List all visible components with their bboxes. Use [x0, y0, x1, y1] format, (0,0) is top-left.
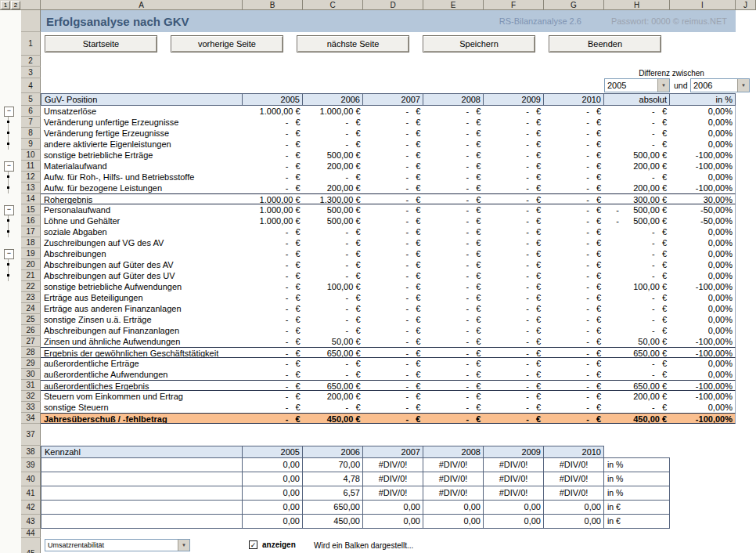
percent-cell[interactable]: 0,00%	[669, 402, 735, 413]
percent-cell[interactable]: 0,00%	[669, 270, 735, 281]
value-cell-2008[interactable]: - €	[423, 381, 483, 390]
row-number[interactable]: 37	[21, 424, 41, 446]
outline-marker-icon[interactable]	[0, 402, 21, 413]
year-to-dropdown[interactable]: 2006 ▼	[690, 78, 750, 92]
absolut-cell[interactable]: 300,00 €	[603, 194, 669, 204]
outline-marker-icon[interactable]	[0, 270, 21, 281]
kennzahl-value-2005[interactable]: 0,00	[243, 472, 303, 486]
row-number[interactable]: 10	[21, 150, 41, 161]
kennzahl-value-2006[interactable]: 450,00	[303, 515, 363, 529]
kennzahl-value-2005[interactable]: 0,00	[243, 458, 303, 472]
column-header-g[interactable]: G	[544, 0, 604, 10]
row-number[interactable]: 4	[21, 78, 41, 93]
kennzahl-value-2005[interactable]: 0,00	[243, 501, 303, 515]
percent-cell[interactable]: -100,00%	[669, 281, 735, 292]
guv-position-cell[interactable]: Veränderung fertige Erzeugnisse	[41, 128, 243, 139]
value-cell-2009[interactable]: - €	[483, 194, 543, 204]
value-cell-2006[interactable]: - €	[303, 237, 363, 248]
row-number[interactable]: 42	[21, 501, 41, 515]
value-cell-2009[interactable]: - €	[483, 358, 543, 369]
value-cell-2008[interactable]: - €	[423, 215, 483, 226]
value-cell-2006[interactable]: 200,00 €	[303, 391, 363, 402]
row-number[interactable]: 30	[21, 369, 41, 380]
kennzahl-header-year[interactable]: 2009	[484, 446, 544, 458]
beenden-button[interactable]: Beenden	[549, 35, 661, 52]
guv-header-year[interactable]: 2010	[544, 93, 604, 106]
outline-level-2-button[interactable]: 2	[11, 1, 20, 9]
value-cell-2006[interactable]: 500,00 €	[303, 204, 363, 215]
value-cell-2005[interactable]: - €	[243, 402, 303, 413]
value-cell-2010[interactable]: - €	[543, 248, 603, 259]
value-cell-2006[interactable]: - €	[303, 325, 363, 336]
row-number[interactable]: 43	[21, 515, 41, 529]
absolut-cell[interactable]: - €	[603, 358, 669, 369]
absolut-cell[interactable]: - €	[603, 402, 669, 413]
value-cell-2008[interactable]: - €	[423, 161, 483, 172]
value-cell-2010[interactable]: - €	[543, 270, 603, 281]
empty-cells[interactable]	[41, 529, 736, 538]
value-cell-2010[interactable]: - €	[543, 215, 603, 226]
outline-marker-icon[interactable]	[0, 380, 21, 391]
absolut-cell[interactable]: - 500,00 €	[603, 204, 669, 215]
outline-marker-icon[interactable]	[0, 413, 21, 424]
percent-cell[interactable]: 0,00%	[669, 117, 735, 128]
kennzahl-value-2008[interactable]: #DIV/0!	[423, 472, 484, 486]
row-number[interactable]: 3	[21, 67, 41, 78]
value-cell-2009[interactable]: - €	[483, 106, 543, 117]
value-cell-2009[interactable]: - €	[483, 248, 543, 259]
value-cell-2009[interactable]: - €	[483, 402, 543, 413]
kennzahl-value-2007[interactable]: #DIV/0!	[363, 486, 423, 501]
outline-marker-icon[interactable]	[0, 314, 21, 325]
value-cell-2009[interactable]: - €	[483, 325, 543, 336]
anzeigen-checkbox[interactable]: ✓	[249, 540, 257, 549]
percent-cell[interactable]: 0,00%	[669, 369, 735, 380]
value-cell-2009[interactable]: - €	[483, 381, 543, 390]
absolut-cell[interactable]: - €	[603, 139, 669, 150]
value-cell-2007[interactable]: - €	[363, 281, 423, 292]
value-cell-2005[interactable]: - €	[243, 414, 303, 423]
kennzahl-value-2010[interactable]: #DIV/0!	[544, 486, 604, 501]
row-number[interactable]: 12	[21, 172, 41, 183]
value-cell-2005[interactable]: 1.000,00 €	[243, 106, 303, 117]
value-cell-2010[interactable]: - €	[543, 226, 603, 237]
absolut-cell[interactable]: - €	[603, 117, 669, 128]
percent-cell[interactable]: 0,00%	[669, 358, 735, 369]
percent-cell[interactable]: -100,00%	[669, 414, 735, 423]
absolut-cell[interactable]: - €	[603, 226, 669, 237]
kennzahl-value-2010[interactable]: 0,00	[544, 501, 604, 515]
percent-cell[interactable]: -100,00%	[669, 161, 735, 172]
absolut-cell[interactable]: - €	[603, 237, 669, 248]
value-cell-2005[interactable]: - €	[243, 139, 303, 150]
value-cell-2007[interactable]: - €	[363, 381, 423, 390]
value-cell-2009[interactable]: - €	[483, 414, 543, 423]
absolut-cell[interactable]: 500,00 €	[603, 150, 669, 161]
absolut-cell[interactable]: - €	[603, 314, 669, 325]
value-cell-2008[interactable]: - €	[423, 348, 483, 357]
value-cell-2005[interactable]: - €	[243, 303, 303, 314]
value-cell-2008[interactable]: - €	[423, 336, 483, 347]
kennzahl-value-2007[interactable]: 0,00	[363, 515, 423, 529]
value-cell-2006[interactable]: - €	[303, 314, 363, 325]
absolut-cell[interactable]: - €	[603, 172, 669, 183]
guv-position-cell[interactable]: Zinsen und ähnliche Aufwendungen	[41, 336, 243, 347]
absolut-cell[interactable]: - €	[603, 369, 669, 380]
column-header-e[interactable]: E	[423, 0, 484, 10]
kennzahl-unit-cell[interactable]: in %	[604, 486, 670, 501]
guv-position-cell[interactable]: Jahresüberschuß / -fehlbetrag	[41, 414, 243, 423]
value-cell-2009[interactable]: - €	[483, 150, 543, 161]
absolut-cell[interactable]: 200,00 €	[603, 183, 669, 193]
row-number[interactable]: 7	[21, 117, 41, 128]
absolut-cell[interactable]: - €	[603, 106, 669, 117]
percent-cell[interactable]: 0,00%	[669, 139, 735, 150]
value-cell-2009[interactable]: - €	[483, 292, 543, 303]
kennzahl-header-year[interactable]: 2008	[423, 446, 484, 458]
percent-cell[interactable]: 0,00%	[669, 248, 735, 259]
guv-position-cell[interactable]: Abschreibungen auf Güter des AV	[41, 259, 243, 270]
value-cell-2005[interactable]: - €	[243, 270, 303, 281]
value-cell-2006[interactable]: - €	[303, 128, 363, 139]
kennzahl-value-2006[interactable]: 4,78	[303, 472, 363, 486]
value-cell-2009[interactable]: - €	[483, 303, 543, 314]
value-cell-2005[interactable]: - €	[243, 259, 303, 270]
kennzahl-value-2009[interactable]: #DIV/0!	[484, 486, 544, 501]
row-number[interactable]: 25	[21, 314, 41, 325]
